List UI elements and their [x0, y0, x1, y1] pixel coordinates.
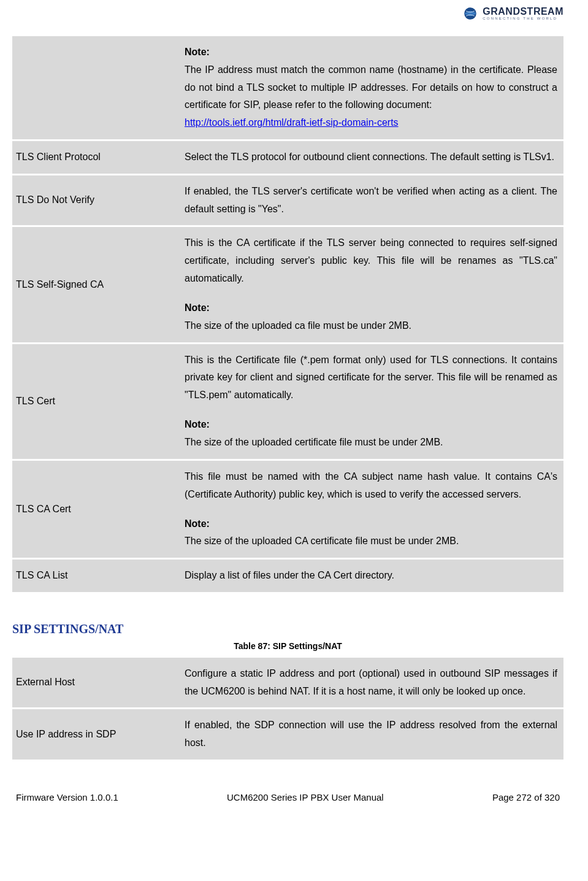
table-row: TLS CA Cert This file must be named with…	[12, 461, 563, 558]
table-row: Use IP address in SDP If enabled, the SD…	[12, 709, 563, 760]
table-caption: Table 87: SIP Settings/NAT	[12, 641, 563, 651]
table-row: TLS Cert This is the Certificate file (*…	[12, 344, 563, 459]
footer-firmware: Firmware Version 1.0.0.1	[16, 792, 118, 802]
row-label	[12, 36, 181, 139]
section-heading-sip-nat: SIP SETTINGS/NAT	[12, 622, 563, 636]
row-desc: Select the TLS protocol for outbound cli…	[181, 141, 563, 174]
row-desc: Configure a static IP address and port (…	[181, 658, 563, 708]
footer-page-number: Page 272 of 320	[492, 792, 560, 802]
row-text: This is the Certificate file (*.pem form…	[185, 355, 557, 401]
page-footer: Firmware Version 1.0.0.1 UCM6200 Series …	[12, 792, 563, 802]
footer-manual-title: UCM6200 Series IP PBX User Manual	[227, 792, 384, 802]
row-label: TLS Client Protocol	[12, 141, 181, 174]
note-text: The size of the uploaded ca file must be…	[185, 320, 411, 331]
header-logo: GRANDSTREAM CONNECTING THE WORLD	[12, 0, 563, 34]
row-desc: Note: The IP address must match the comm…	[181, 36, 563, 139]
row-desc: This is the CA certificate if the TLS se…	[181, 227, 563, 342]
brand-name: GRANDSTREAM	[483, 7, 563, 17]
table-row: TLS Client Protocol Select the TLS proto…	[12, 141, 563, 174]
row-label: External Host	[12, 658, 181, 708]
row-label: TLS CA Cert	[12, 461, 181, 558]
row-desc: This is the Certificate file (*.pem form…	[181, 344, 563, 459]
row-text: The IP address must match the common nam…	[185, 64, 557, 110]
table-row: TLS Self-Signed CA This is the CA certif…	[12, 227, 563, 342]
row-text: This is the CA certificate if the TLS se…	[185, 237, 557, 283]
brand-logo: GRANDSTREAM CONNECTING THE WORLD	[462, 5, 563, 22]
globe-icon	[462, 5, 479, 22]
tls-settings-table: Note: The IP address must match the comm…	[12, 34, 563, 594]
row-label: TLS CA List	[12, 560, 181, 592]
brand-tagline: CONNECTING THE WORLD	[483, 17, 563, 20]
sip-nat-table: External Host Configure a static IP addr…	[12, 656, 563, 761]
ietf-link[interactable]: http://tools.ietf.org/html/draft-ietf-si…	[185, 117, 399, 128]
table-row: TLS Do Not Verify If enabled, the TLS se…	[12, 175, 563, 226]
row-desc: Display a list of files under the CA Cer…	[181, 560, 563, 592]
row-label: TLS Self-Signed CA	[12, 227, 181, 342]
note-text: The size of the uploaded certificate fil…	[185, 437, 443, 447]
row-label: Use IP address in SDP	[12, 709, 181, 760]
note-label: Note:	[185, 47, 210, 57]
table-row: TLS CA List Display a list of files unde…	[12, 560, 563, 592]
note-label: Note:	[185, 419, 210, 429]
note-label: Note:	[185, 302, 210, 313]
table-row: Note: The IP address must match the comm…	[12, 36, 563, 139]
row-label: TLS Cert	[12, 344, 181, 459]
row-text: This file must be named with the CA subj…	[185, 471, 557, 499]
row-desc: If enabled, the TLS server's certificate…	[181, 175, 563, 226]
note-label: Note:	[185, 518, 210, 529]
row-label: TLS Do Not Verify	[12, 175, 181, 226]
row-desc: This file must be named with the CA subj…	[181, 461, 563, 558]
table-row: External Host Configure a static IP addr…	[12, 658, 563, 708]
row-desc: If enabled, the SDP connection will use …	[181, 709, 563, 760]
note-text: The size of the uploaded CA certificate …	[185, 536, 459, 546]
